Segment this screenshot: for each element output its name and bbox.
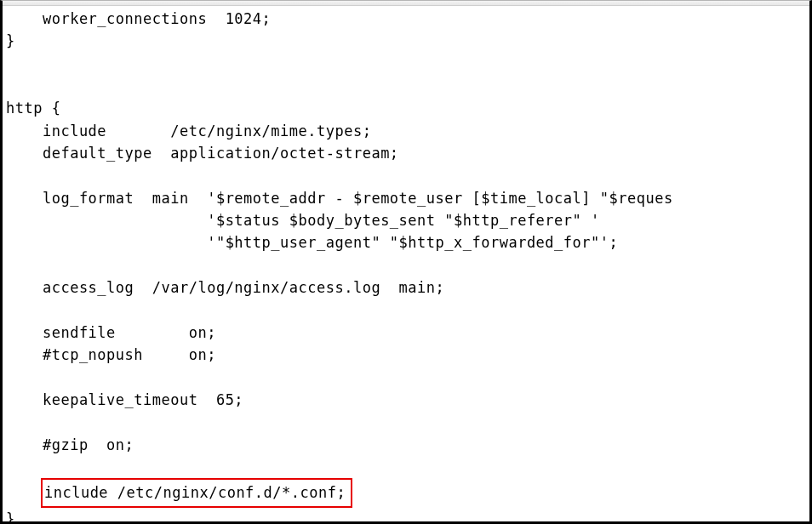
config-line: sendfile on; [6, 324, 216, 341]
indent [6, 484, 43, 501]
config-line: } [6, 510, 15, 524]
config-line: access_log /var/log/nginx/access.log mai… [6, 279, 444, 296]
config-line: default_type application/octet-stream; [6, 145, 399, 162]
include-conf-highlight: include /etc/nginx/conf.d/*.conf; [41, 478, 352, 507]
config-line: } [6, 32, 15, 49]
config-line: http { [6, 100, 60, 117]
terminal-output[interactable]: worker_connections 1024; } http { includ… [3, 6, 809, 524]
config-line: '"$http_user_agent" "$http_x_forwarded_f… [6, 234, 618, 251]
config-line: '$status $body_bytes_sent "$http_referer… [6, 212, 600, 229]
config-line: worker_connections 1024; [6, 10, 271, 27]
config-line: keepalive_timeout 65; [6, 391, 243, 408]
config-line: include /etc/nginx/mime.types; [6, 122, 371, 140]
config-line: #tcp_nopush on; [6, 346, 216, 363]
config-line: include /etc/nginx/conf.d/*.conf; [6, 484, 352, 501]
config-line: log_format main '$remote_addr - $remote_… [6, 190, 673, 207]
config-line: #gzip on; [6, 436, 134, 453]
